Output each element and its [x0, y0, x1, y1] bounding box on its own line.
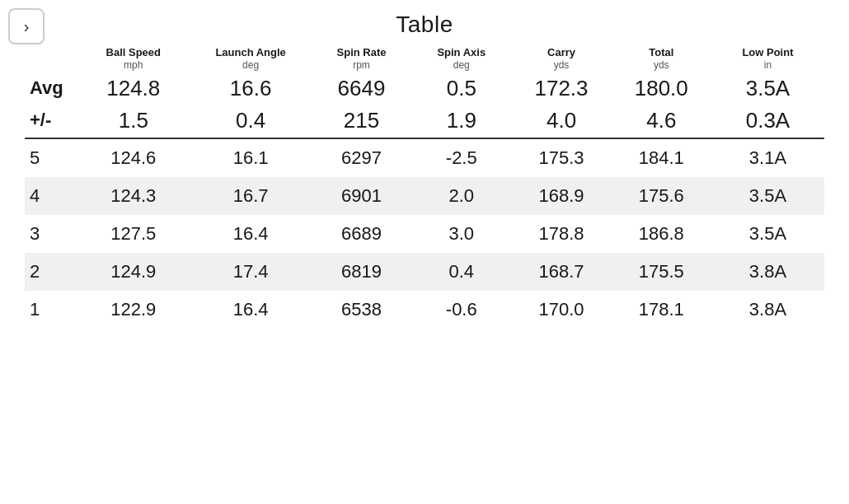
shot-4-value-1: 16.7 [190, 177, 312, 215]
shot-4-value-5: 175.6 [612, 177, 711, 215]
shot-1-value-0: 122.9 [77, 291, 190, 329]
shot-5-value-3: -2.5 [411, 138, 511, 177]
pm-value-1: 0.4 [190, 105, 312, 137]
shot-3-value-0: 127.5 [77, 215, 190, 253]
pm-label: +/- [25, 105, 77, 137]
shot-4-value-2: 6901 [312, 177, 411, 215]
shot-5-value-1: 16.1 [190, 138, 312, 177]
shot-3-value-3: 3.0 [411, 215, 511, 253]
shot-2-value-2: 6819 [312, 253, 411, 291]
shot-5-value-0: 124.6 [77, 138, 190, 177]
pm-row: +/-1.50.42151.94.04.60.3A [25, 105, 824, 137]
shot-num-1: 1 [25, 291, 77, 329]
shot-2-value-1: 17.4 [190, 253, 312, 291]
shot-num-4: 4 [25, 177, 77, 215]
shot-row-1: 1122.916.46538-0.6170.0178.13.8A [25, 291, 824, 329]
shot-4-value-6: 3.5A [711, 177, 824, 215]
shot-num-2: 2 [25, 253, 77, 291]
shot-1-value-5: 178.1 [612, 291, 711, 329]
page-title: Table [0, 0, 849, 46]
shot-3-value-6: 3.5A [711, 215, 824, 253]
avg-label: Avg [25, 72, 77, 105]
col-header-low-point: Low Point in [711, 46, 824, 72]
data-table-wrapper: Ball Speed mph Launch Angle deg Spin Rat… [0, 46, 849, 329]
col-header-ball-speed: Ball Speed mph [77, 46, 190, 72]
avg-value-5: 180.0 [612, 72, 711, 105]
col-header-launch-angle: Launch Angle deg [190, 46, 312, 72]
avg-value-2: 6649 [312, 72, 411, 105]
table-header-row: Ball Speed mph Launch Angle deg Spin Rat… [25, 46, 824, 72]
pm-value-4: 4.0 [511, 105, 611, 137]
shot-2-value-0: 124.9 [77, 253, 190, 291]
nav-back-button[interactable]: › [8, 8, 45, 44]
pm-value-2: 215 [312, 105, 411, 137]
shot-row-3: 3127.516.466893.0178.8186.83.5A [25, 215, 824, 253]
col-header-carry: Carry yds [511, 46, 611, 72]
shot-3-value-5: 186.8 [612, 215, 711, 253]
shot-1-value-6: 3.8A [711, 291, 824, 329]
shot-1-value-3: -0.6 [411, 291, 511, 329]
shot-5-value-5: 184.1 [612, 138, 711, 177]
shot-1-value-1: 16.4 [190, 291, 312, 329]
col-header-spin-rate: Spin Rate rpm [312, 46, 411, 72]
shot-2-value-5: 175.5 [612, 253, 711, 291]
pm-value-0: 1.5 [77, 105, 190, 137]
shot-row-2: 2124.917.468190.4168.7175.53.8A [25, 253, 824, 291]
shot-1-value-4: 170.0 [511, 291, 611, 329]
shot-4-value-0: 124.3 [77, 177, 190, 215]
pm-value-6: 0.3A [711, 105, 824, 137]
col-header-spin-axis: Spin Axis deg [411, 46, 511, 72]
shot-row-5: 5124.616.16297-2.5175.3184.13.1A [25, 138, 824, 177]
shot-3-value-1: 16.4 [190, 215, 312, 253]
shot-3-value-2: 6689 [312, 215, 411, 253]
shot-5-value-4: 175.3 [511, 138, 611, 177]
avg-value-4: 172.3 [511, 72, 611, 105]
shot-2-value-3: 0.4 [411, 253, 511, 291]
avg-value-3: 0.5 [411, 72, 511, 105]
shot-num-5: 5 [25, 138, 77, 177]
main-container: › Table Ball Speed mph [0, 0, 849, 504]
shot-5-value-6: 3.1A [711, 138, 824, 177]
shot-4-value-3: 2.0 [411, 177, 511, 215]
avg-value-1: 16.6 [190, 72, 312, 105]
shot-5-value-2: 6297 [312, 138, 411, 177]
shot-2-value-4: 168.7 [511, 253, 611, 291]
col-header-total: Total yds [612, 46, 711, 72]
shot-4-value-4: 168.9 [511, 177, 611, 215]
shot-1-value-2: 6538 [312, 291, 411, 329]
chevron-right-icon: › [24, 17, 30, 36]
shot-3-value-4: 178.8 [511, 215, 611, 253]
shot-row-4: 4124.316.769012.0168.9175.63.5A [25, 177, 824, 215]
avg-value-6: 3.5A [711, 72, 824, 105]
avg-value-0: 124.8 [77, 72, 190, 105]
pm-value-3: 1.9 [411, 105, 511, 137]
pm-value-5: 4.6 [612, 105, 711, 137]
avg-row: Avg124.816.666490.5172.3180.03.5A [25, 72, 824, 105]
data-table: Ball Speed mph Launch Angle deg Spin Rat… [25, 46, 824, 329]
shot-2-value-6: 3.8A [711, 253, 824, 291]
col-header-num [25, 46, 77, 72]
shot-num-3: 3 [25, 215, 77, 253]
